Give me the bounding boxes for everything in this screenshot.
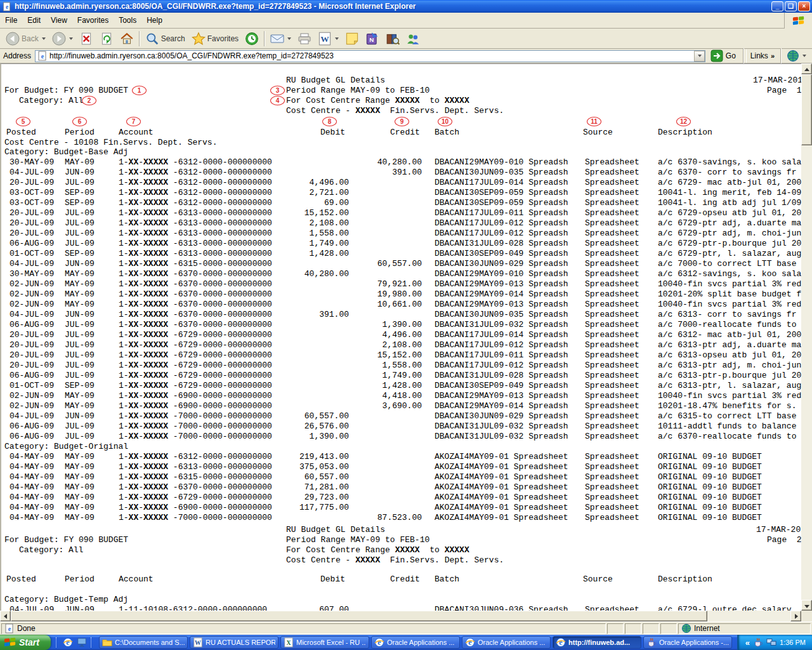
quick-launch [51,637,99,647]
restore-button[interactable]: ❏ [785,1,797,11]
cost-centre-range-text: For Cost Centre Range XXXXX to XXXXX [286,96,469,105]
cell-account: 1-XX-XXXXX -6370-0000-000000000 [119,269,272,279]
cell-posted: 01-OCT-09 [10,249,54,258]
refresh-button[interactable] [96,30,117,48]
marker-3: 3 [270,86,285,95]
start-button[interactable]: Start [0,635,51,650]
menu-favorites[interactable]: Favorites [72,14,114,27]
browser-extension-button[interactable] [783,47,809,65]
cell-posted: 04-JUL-09 [10,310,54,319]
status-message-pane: Done [1,623,606,634]
report-row: 02-JUN-09MAY-091-XX-XXXXX -6900-0000-000… [1,391,801,401]
report-row: 06-AUG-09JUL-091-XX-XXXXX -6313-0000-000… [1,239,801,249]
menu-tools[interactable]: Tools [114,14,141,27]
links-bar[interactable]: Links » [746,50,778,63]
menu-file[interactable]: File [0,14,22,27]
back-dropdown-icon[interactable] [42,37,46,40]
cell-source: Spreadsheet [585,300,639,309]
toolbar-separator [264,31,265,46]
address-dropdown-button[interactable] [694,51,705,62]
minimize-button[interactable]: _ [771,1,783,11]
stop-button[interactable] [76,30,96,48]
cell-source: Spreadsheet [585,452,639,461]
cell-posted: 06-AUG-09 [10,371,54,380]
cell-account: 1-XX-XXXXX -6370-0000-000000000 [119,320,272,329]
history-button[interactable] [242,30,262,48]
cell-batch: DBACANI17JUL09-014 Spreadsh [435,178,568,187]
task-buttons: C:\Documents and S...RU ACTUALS REPOR...… [99,636,734,649]
java-tray-icon[interactable] [753,637,763,647]
col-debit: Debit [320,574,345,584]
quick-launch-grip[interactable] [56,637,58,647]
extension-dropdown-icon[interactable] [802,55,806,57]
edit-with-word-button[interactable] [315,30,342,48]
print-button[interactable] [294,30,315,48]
discuss-note-button[interactable] [342,30,362,48]
close-button[interactable]: × [798,1,810,11]
network-tray-icon[interactable] [766,637,776,647]
taskbar-button[interactable]: Microsoft Excel - RU ... [280,636,369,649]
favorites-button[interactable]: Favorites [188,30,242,48]
research-button[interactable] [383,30,403,48]
menu-edit[interactable]: Edit [22,14,46,27]
scroll-up-button[interactable] [801,63,812,74]
mail-button[interactable] [267,30,294,48]
cell-batch: DBACANI30SEP09-049 Spreadsh [435,381,568,390]
vertical-scrollbar[interactable] [801,63,812,611]
forward-button[interactable] [49,30,76,48]
cell-source: Spreadsheet [585,411,639,421]
back-button[interactable]: Back [3,30,49,48]
go-button[interactable]: Go [705,50,741,63]
category-row: Category: Budget-Base Adj [1,147,801,157]
cell-description: a/c 6729-ptr adj, m. choi-jun [658,229,801,238]
title-bar: http://finuweb.admin.ryerson.ca:8005/OA_… [0,0,812,13]
cell-account: 1-XX-XXXXX -6313-0000-000000000 [119,218,272,228]
cell-description: a/c 7000-reallocate funds to [658,320,796,329]
category-row: Category: Budget-Original [1,442,801,452]
scroll-down-button[interactable] [801,600,812,611]
marker-1: 1 [132,86,147,95]
ie-quicklaunch-icon[interactable] [63,637,73,647]
scroll-left-button[interactable] [0,611,11,621]
cell-credit: 4,418.00 [344,391,422,401]
send-to-onenote-button[interactable] [362,30,383,48]
tray-chevron-icon[interactable]: « [745,638,750,647]
cell-credit: 3,690.00 [344,401,422,411]
cell-description: a/c 6370-reallocate funds to [658,432,796,441]
cell-period: JUN-09 [65,259,95,269]
edit-dropdown-icon[interactable] [335,37,339,40]
favorites-label: Favorites [207,34,239,43]
taskbar-button[interactable]: Oracle Applications -... [643,636,732,649]
links-chevron-icon[interactable]: » [771,52,775,60]
cell-period: MAY-09 [65,503,95,512]
messenger-button[interactable] [403,30,423,48]
quick-launch-grip[interactable] [91,637,93,647]
cell-batch: DBACANI30SEP09-049 Spreadsh [435,249,568,258]
search-button[interactable]: Search [142,30,188,48]
ie-icon [374,637,384,647]
taskbar-button[interactable]: RU ACTUALS REPOR... [190,636,278,649]
cell-account: 1-XX-XXXXX -6313-0000-000000000 [119,229,272,238]
forward-dropdown-icon[interactable] [69,37,73,40]
taskbar-button[interactable]: Oracle Applications ... [462,636,551,649]
taskbar-button[interactable]: C:\Documents and S... [99,636,188,649]
address-input[interactable]: http://finuweb.admin.ryerson.ca:8005/OA_… [35,50,705,62]
cell-posted: 02-JUN-09 [10,401,54,411]
taskbar-button[interactable]: Oracle Applications ... [371,636,460,649]
report-row: 04-MAY-09MAY-091-XX-XXXXX -6729-0000-000… [1,493,801,503]
home-button[interactable] [117,30,137,48]
menu-view[interactable]: View [46,14,72,27]
show-desktop-icon[interactable] [77,637,87,647]
menu-help[interactable]: Help [141,14,167,27]
scroll-right-button[interactable] [790,611,801,621]
horizontal-scrollbar[interactable] [0,611,801,621]
report-category-line-p2: Category: All For Cost Centre Range XXXX… [1,545,801,555]
horizontal-scroll-thumb[interactable] [11,611,707,621]
vertical-scroll-thumb[interactable] [801,74,812,145]
excel-icon [284,637,294,647]
mail-dropdown-icon[interactable] [287,37,291,40]
cell-period: MAY-09 [65,401,95,411]
cell-period: MAY-09 [65,452,95,461]
report-row: 04-MAY-09MAY-091-XX-XXXXX -7000-0000-000… [1,513,801,523]
taskbar-button[interactable]: http://finuweb.ad... [553,636,641,649]
